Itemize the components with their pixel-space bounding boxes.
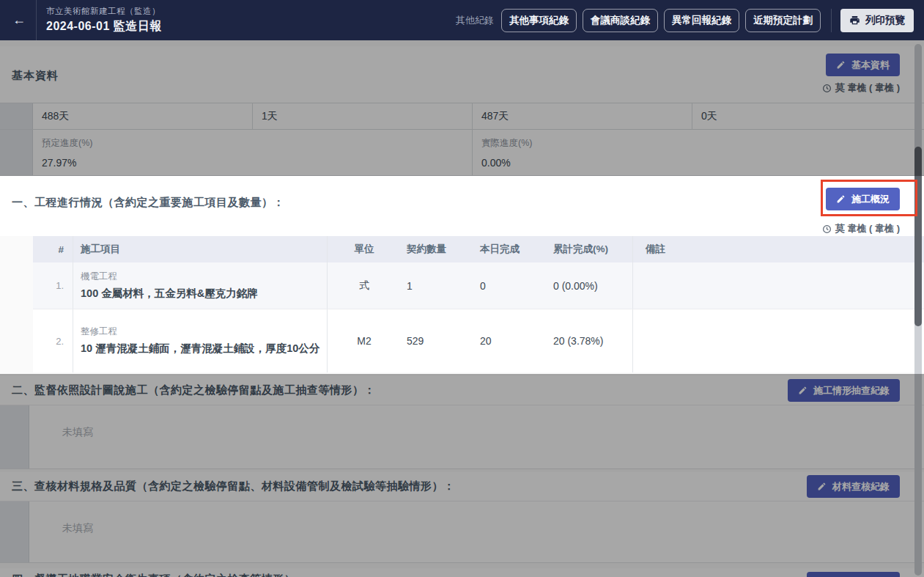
- cell-item: 機電工程 100 金屬材料，五金另料&壓克力銘牌: [73, 262, 328, 309]
- col-header-contract-qty: 契約數量: [401, 236, 474, 262]
- back-arrow-icon: ←: [12, 12, 26, 28]
- cell-cumulative: 0 (0.00%): [547, 262, 632, 309]
- print-preview-button[interactable]: 列印預覽: [840, 9, 914, 32]
- cell-unit: 式: [328, 262, 401, 309]
- cell-contract-qty: 529: [401, 309, 474, 372]
- other-matters-record-button[interactable]: 其他事項紀錄: [501, 9, 577, 32]
- header-titles: 市立美術館新建工程（監造） 2024-06-01 監造日報: [46, 6, 162, 34]
- printer-icon: [849, 15, 860, 26]
- item-name: 10 瀝青混凝土鋪面，瀝青混凝土鋪設，厚度10公分: [81, 340, 327, 356]
- col-header-cumulative: 累計完成(%): [547, 236, 632, 262]
- cell-cumulative: 20 (3.78%): [547, 309, 632, 372]
- history-clock-icon: [822, 224, 832, 234]
- cell-today: 0: [474, 262, 547, 309]
- cell-unit: M2: [328, 309, 401, 372]
- cell-contract-qty: 1: [401, 262, 474, 309]
- section1-header: 一、工程進行情況（含約定之重要施工項目及數量）： 施工概況 莫 韋樵 ( 韋樵 …: [0, 176, 924, 236]
- cell-note: [632, 262, 912, 309]
- dim-overlay-bottom: [0, 374, 924, 577]
- col-header-today: 本日完成: [474, 236, 547, 262]
- item-category: 整修工程: [81, 326, 327, 338]
- header-divider-2: [831, 9, 832, 32]
- project-subtitle: 市立美術館新建工程（監造）: [46, 6, 162, 17]
- cell-today: 20: [474, 309, 547, 372]
- col-header-unit: 單位: [328, 236, 401, 262]
- header-divider: [36, 0, 37, 40]
- cell-note: [632, 309, 912, 372]
- other-records-label: 其他紀錄: [456, 14, 494, 27]
- section1-heading: 一、工程進行情況（含約定之重要施工項目及數量）：: [12, 196, 284, 210]
- table-row: 2. 整修工程 10 瀝青混凝土鋪面，瀝青混凝土鋪設，厚度10公分 M2 529…: [33, 309, 924, 372]
- back-button[interactable]: ←: [10, 11, 29, 30]
- item-category: 機電工程: [81, 271, 327, 283]
- col-header-index: #: [33, 236, 73, 262]
- table-header-row: # 施工項目 單位 契約數量 本日完成 累計完成(%) 備註: [33, 236, 924, 262]
- meeting-record-button[interactable]: 會議商談紀錄: [583, 9, 658, 32]
- page-title: 2024-06-01 監造日報: [46, 19, 162, 34]
- col-header-item: 施工項目: [73, 236, 328, 262]
- cell-index: 2.: [33, 309, 73, 372]
- table-row: 1. 機電工程 100 金屬材料，五金另料&壓克力銘牌 式 1 0 0 (0.0…: [33, 262, 924, 309]
- upcoming-plan-button[interactable]: 近期預定計劃: [745, 9, 821, 32]
- construction-items-table: # 施工項目 單位 契約數量 本日完成 累計完成(%) 備註 1. 機電工程 1…: [33, 236, 924, 372]
- highlight-annotation-rectangle: [821, 180, 917, 216]
- header-actions: 其他紀錄 其他事項紀錄 會議商談紀錄 異常回報紀錄 近期預定計劃 列印預覽: [456, 9, 914, 32]
- page: ← 市立美術館新建工程（監造） 2024-06-01 監造日報 其他紀錄 其他事…: [0, 0, 924, 577]
- section1-author: 莫 韋樵 ( 韋樵 ): [822, 222, 900, 235]
- dim-overlay-top: [0, 40, 924, 176]
- col-header-note: 備註: [632, 236, 912, 262]
- app-header: ← 市立美術館新建工程（監造） 2024-06-01 監造日報 其他紀錄 其他事…: [0, 0, 924, 40]
- cell-item: 整修工程 10 瀝青混凝土鋪面，瀝青混凝土鋪設，厚度10公分: [73, 309, 328, 372]
- item-name: 100 金屬材料，五金另料&壓克力銘牌: [81, 285, 327, 301]
- abnormal-report-button[interactable]: 異常回報紀錄: [664, 9, 739, 32]
- cell-index: 1.: [33, 262, 73, 309]
